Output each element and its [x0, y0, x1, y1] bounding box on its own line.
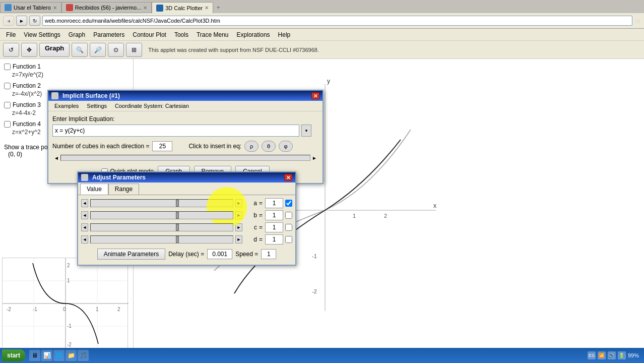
param-a-check[interactable]: [285, 200, 292, 207]
taskbar-icon-1[interactable]: 🖥: [29, 350, 40, 361]
taskbar-icon-4[interactable]: 📁: [66, 350, 77, 361]
toolbar-pan-btn[interactable]: ✥: [21, 43, 37, 57]
speed-input[interactable]: [261, 249, 276, 259]
param-b-slider[interactable]: [90, 211, 233, 219]
adjust-dialog-close[interactable]: ✕: [284, 174, 292, 181]
param-c-eq: =: [259, 224, 263, 231]
param-b-input[interactable]: [265, 210, 283, 220]
animate-btn[interactable]: Animate Parameters: [97, 249, 165, 260]
menu-trace[interactable]: Trace Menu: [192, 30, 233, 39]
implicit-menu-examples[interactable]: Examples: [50, 102, 83, 110]
function-1-eq[interactable]: z=7xy/e^(2): [12, 71, 129, 78]
function-3-checkbox[interactable]: [4, 102, 11, 108]
param-a-left[interactable]: ◄: [81, 199, 88, 207]
menu-file[interactable]: File: [2, 30, 20, 39]
forward-button[interactable]: ►: [16, 16, 27, 26]
param-a-input[interactable]: [265, 198, 283, 208]
scroll-left[interactable]: ◄: [52, 155, 60, 161]
param-c-label: c: [244, 224, 257, 231]
eq-dropdown[interactable]: ▼: [301, 125, 311, 137]
param-c-check[interactable]: [285, 224, 292, 231]
param-b-left[interactable]: ◄: [81, 211, 88, 219]
app-toolbar: ↺ ✥ Graph 🔍 🔎 ⊙ ⊞ This applet was create…: [0, 41, 644, 59]
browser-chrome: Usar el Tablero ✕ Recibidos (56) - javie…: [0, 0, 644, 29]
adjust-dialog-title-text: Adjust Parameters: [92, 174, 146, 181]
param-c-slider[interactable]: [90, 223, 233, 231]
refresh-button[interactable]: ↻: [29, 16, 40, 26]
toolbar-grid-btn[interactable]: ⊞: [126, 43, 142, 57]
param-c-left[interactable]: ◄: [81, 223, 88, 231]
tray-network: 📶: [598, 351, 606, 359]
function-2-checkbox-row: Function 2: [4, 82, 129, 89]
param-d-input[interactable]: [265, 234, 283, 245]
taskbar-icon-2[interactable]: 📊: [41, 350, 52, 361]
param-row-a: ◄ ► a =: [81, 198, 292, 208]
param-a-slider[interactable]: [90, 199, 233, 207]
delay-label: Delay (sec) =: [168, 251, 204, 258]
menu-help[interactable]: Help: [274, 30, 295, 39]
param-a-right[interactable]: ►: [235, 199, 242, 207]
implicit-dialog-close[interactable]: ✕: [311, 92, 319, 99]
tab-usar[interactable]: Usar el Tablero ✕: [0, 2, 61, 13]
function-1-checkbox[interactable]: [4, 64, 11, 70]
function-4-checkbox[interactable]: [4, 121, 11, 128]
function-2-checkbox[interactable]: [4, 83, 11, 89]
menu-contour[interactable]: Contour Plot: [128, 30, 170, 39]
svg-text:0: 0: [63, 307, 66, 312]
menu-graph[interactable]: Graph: [65, 30, 89, 39]
param-b-right[interactable]: ►: [235, 211, 242, 219]
toolbar-rotate-btn[interactable]: ↺: [3, 43, 19, 57]
param-a-eq: =: [259, 200, 263, 207]
menu-parameters[interactable]: Parameters: [89, 30, 128, 39]
param-b-check[interactable]: [285, 212, 292, 219]
param-b-eq: =: [259, 212, 263, 219]
sym-phi-btn[interactable]: φ: [279, 141, 293, 152]
tab-calc[interactable]: 3D Calc Plotter ✕: [152, 2, 213, 13]
scrollbar-row[interactable]: ◄ ►: [52, 154, 318, 162]
function-1-entry: Function 1 z=7xy/e^(2): [4, 63, 129, 78]
taskbar-icon-3[interactable]: 🌐: [53, 350, 65, 361]
implicit-menu-coord[interactable]: Coordinate System: Cartesian: [111, 102, 193, 110]
menu-view-settings[interactable]: View Settings: [20, 30, 65, 39]
tab-close-calc[interactable]: ✕: [205, 5, 209, 11]
tab-favicon-mail: [66, 4, 73, 11]
toolbar-zoom-out-btn[interactable]: 🔎: [90, 43, 106, 57]
param-d-slider[interactable]: [90, 235, 233, 244]
menu-tools[interactable]: Tools: [170, 30, 192, 39]
adjust-tab-value[interactable]: Value: [80, 184, 108, 195]
animate-row: Animate Parameters Delay (sec) = Speed =: [81, 247, 292, 262]
implicit-menu-settings[interactable]: Settings: [83, 102, 111, 110]
param-d-right[interactable]: ►: [235, 235, 242, 244]
param-d-left[interactable]: ◄: [81, 235, 88, 244]
start-button[interactable]: start: [2, 349, 25, 361]
param-d-check[interactable]: [285, 236, 292, 243]
tab-label-mail: Recibidos (56) - javiermo...: [75, 5, 141, 11]
toolbar-graph-button[interactable]: Graph: [39, 43, 70, 57]
taskbar-icon-5[interactable]: 🎵: [78, 350, 89, 361]
implicit-eq-input[interactable]: [52, 125, 299, 137]
implicit-dialog-title[interactable]: Implicit Surface (#1) ✕: [48, 91, 323, 101]
sym-rho-btn[interactable]: ρ: [244, 141, 259, 152]
cubes-input[interactable]: [152, 141, 172, 151]
scrollbar-track[interactable]: [60, 155, 310, 161]
address-input[interactable]: [42, 16, 632, 26]
svg-text:-2: -2: [7, 307, 11, 312]
toolbar-zoom-in-btn[interactable]: 🔍: [72, 43, 88, 57]
menu-explorations[interactable]: Explorations: [233, 30, 274, 39]
param-c-input[interactable]: [265, 222, 283, 232]
adjust-dialog-title[interactable]: Adjust Parameters ✕: [78, 172, 295, 183]
param-c-right[interactable]: ►: [235, 223, 242, 231]
new-tab-button[interactable]: +: [213, 2, 223, 13]
scroll-right[interactable]: ►: [310, 155, 318, 161]
tab-mail[interactable]: Recibidos (56) - javiermo... ✕: [61, 2, 152, 13]
bookmark-star[interactable]: ☆: [634, 17, 641, 25]
tab-close-mail[interactable]: ✕: [143, 5, 147, 11]
sym-theta-btn[interactable]: θ: [262, 141, 276, 152]
function-1-label: Function 1: [13, 63, 41, 70]
toolbar-info: This applet was created with support fro…: [148, 47, 319, 53]
tab-close-usar[interactable]: ✕: [53, 5, 57, 11]
toolbar-reset-btn[interactable]: ⊙: [108, 43, 124, 57]
adjust-tab-range[interactable]: Range: [108, 184, 139, 195]
back-button[interactable]: ◄: [3, 16, 14, 26]
delay-input[interactable]: [207, 249, 232, 259]
